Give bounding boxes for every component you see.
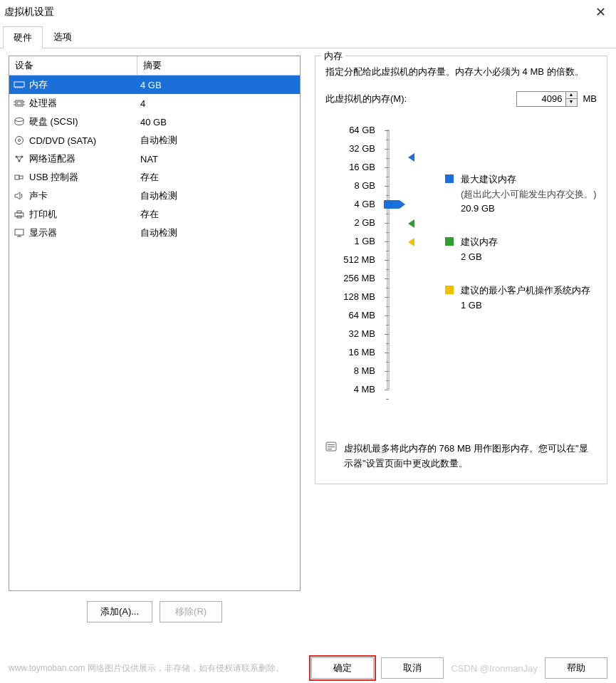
tab-options[interactable]: 选项 — [43, 26, 83, 48]
device-name: 声卡 — [29, 189, 48, 202]
device-row[interactable]: 打印机 存在 — [9, 205, 300, 224]
info-icon — [325, 442, 337, 471]
device-name: 显示器 — [29, 226, 57, 239]
device-row[interactable]: 内存 4 GB — [9, 75, 300, 94]
svg-rect-30 — [328, 447, 335, 447]
svg-line-18 — [19, 157, 22, 161]
device-table: 设备 摘要 内存 4 GB 处理器 4 硬盘 (SCSI) 40 GB CD/D… — [9, 56, 301, 591]
add-button[interactable]: 添加(A)... — [87, 601, 152, 622]
legend-min-label: 建议的最小客户机操作系统内存 — [461, 283, 590, 298]
device-summary: 4 GB — [137, 77, 300, 93]
legend-rec-label: 建议内存 — [461, 235, 498, 250]
device-summary: 存在 — [137, 170, 300, 185]
memory-unit: MB — [583, 93, 597, 104]
spin-down-icon[interactable]: ▼ — [566, 99, 577, 106]
rec-marker-icon — [408, 219, 414, 228]
legend-max-sub: (超出此大小可能发生内存交换。) — [461, 187, 597, 202]
device-name: 内存 — [29, 78, 48, 91]
memory-input-label: 此虚拟机的内存(M): — [325, 93, 407, 105]
device-name: USB 控制器 — [29, 171, 78, 184]
net-icon — [14, 154, 25, 164]
close-icon[interactable]: ✕ — [592, 4, 609, 20]
legend-max-value: 20.9 GB — [461, 202, 597, 217]
svg-rect-23 — [17, 211, 21, 213]
svg-rect-6 — [17, 102, 21, 105]
slider-tick-label: 512 MB — [325, 251, 375, 269]
svg-rect-0 — [14, 82, 24, 87]
memory-legend: 内存 — [321, 50, 345, 63]
slider-tick-label: 64 MB — [325, 306, 375, 325]
slider-thumb[interactable] — [384, 200, 400, 209]
device-summary: 40 GB — [137, 114, 300, 130]
slider-tick-label: 256 MB — [325, 269, 375, 288]
device-name: 网络适配器 — [29, 152, 75, 165]
printer-icon — [14, 209, 25, 219]
memory-note: 虚拟机最多将此内存的 768 MB 用作图形内存。您可以在"显示器"设置页面中更… — [344, 442, 597, 471]
slider-tick-label: 8 GB — [325, 177, 375, 195]
device-name: 硬盘 (SCSI) — [29, 115, 78, 128]
min-marker-icon — [408, 238, 414, 246]
svg-point-12 — [16, 137, 24, 145]
ok-button[interactable]: 确定 — [311, 657, 374, 679]
slider-tick-label: 8 MB — [325, 362, 375, 380]
display-icon — [14, 228, 25, 238]
slider-tick-label: 1 GB — [325, 232, 375, 251]
slider-tick-label: 64 GB — [325, 121, 375, 140]
help-button[interactable]: 帮助 — [545, 657, 607, 679]
legend-max-label: 最大建议内存 — [461, 172, 597, 187]
svg-rect-31 — [328, 449, 332, 449]
svg-rect-25 — [15, 229, 24, 235]
device-name: 打印机 — [29, 208, 57, 221]
device-summary: 自动检测 — [137, 188, 300, 204]
cancel-button[interactable]: 取消 — [381, 657, 444, 679]
device-name: 处理器 — [29, 97, 57, 110]
column-summary[interactable]: 摘要 — [137, 56, 300, 75]
memory-fieldset: 内存 指定分配给此虚拟机的内存量。内存大小必须为 4 MB 的倍数。 此虚拟机的… — [315, 56, 607, 484]
svg-rect-20 — [15, 175, 19, 179]
device-row[interactable]: 网络适配器 NAT — [9, 150, 300, 168]
cd-icon — [14, 135, 25, 145]
device-name: CD/DVD (SATA) — [29, 135, 96, 146]
window-title: 虚拟机设置 — [4, 6, 54, 19]
svg-rect-29 — [328, 444, 335, 445]
legend-yellow-icon — [445, 286, 454, 294]
svg-rect-21 — [19, 176, 23, 179]
device-row[interactable]: 显示器 自动检测 — [9, 224, 300, 242]
legend-blue-icon — [445, 174, 454, 183]
memory-icon — [14, 80, 25, 90]
remove-button[interactable]: 移除(R) — [160, 601, 222, 622]
max-marker-icon — [408, 153, 414, 162]
slider-tick-label: 4 GB — [325, 195, 375, 214]
svg-point-13 — [19, 140, 21, 142]
watermark-csdn: CSDN @IronmanJay — [451, 663, 538, 674]
legend-rec-value: 2 GB — [461, 250, 498, 265]
sound-icon — [14, 191, 25, 201]
device-row[interactable]: USB 控制器 存在 — [9, 168, 300, 187]
device-row[interactable]: 处理器 4 — [9, 94, 300, 113]
memory-spinner[interactable]: ▲ ▼ — [516, 91, 578, 107]
cpu-icon — [14, 98, 25, 108]
spin-up-icon[interactable]: ▲ — [566, 92, 577, 99]
watermark-left: www.toymoban.com 网络图片仅供展示，非存储，如有侵权请联系删除。 — [9, 662, 284, 674]
slider-tick-label: 32 MB — [325, 325, 375, 343]
usb-icon — [14, 172, 25, 182]
slider-tick-label: 16 MB — [325, 343, 375, 362]
memory-input[interactable] — [516, 91, 566, 107]
device-row[interactable]: 硬盘 (SCSI) 40 GB — [9, 113, 300, 131]
tab-hardware[interactable]: 硬件 — [3, 26, 43, 48]
legend-min-value: 1 GB — [461, 298, 590, 313]
svg-line-17 — [16, 157, 19, 161]
device-summary: 自动检测 — [137, 225, 300, 241]
device-row[interactable]: CD/DVD (SATA) 自动检测 — [9, 131, 300, 150]
device-summary: 自动检测 — [137, 132, 300, 148]
column-device[interactable]: 设备 — [9, 56, 137, 75]
memory-desc: 指定分配给此虚拟机的内存量。内存大小必须为 4 MB 的倍数。 — [325, 65, 597, 80]
device-summary: 存在 — [137, 207, 300, 222]
slider-tick-label: 32 GB — [325, 140, 375, 158]
slider-tick-label: 128 MB — [325, 288, 375, 306]
device-row[interactable]: 声卡 自动检测 — [9, 187, 300, 205]
slider-tick-label: 16 GB — [325, 158, 375, 177]
memory-slider[interactable] — [382, 121, 432, 399]
slider-tick-label: 4 MB — [325, 380, 375, 399]
device-summary: NAT — [137, 151, 300, 167]
